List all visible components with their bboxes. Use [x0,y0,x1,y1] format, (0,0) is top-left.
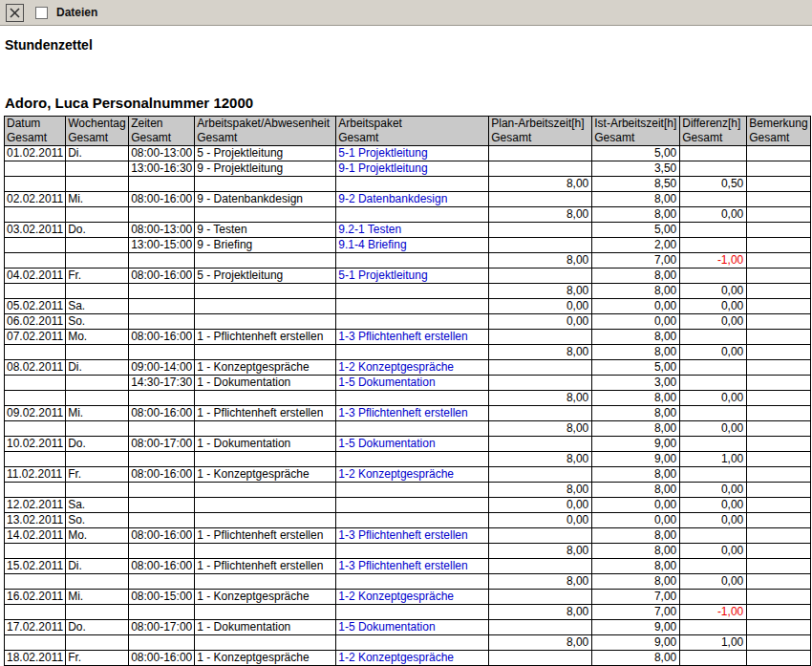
cell-paket [195,635,336,651]
cell-plan [489,146,592,161]
cell-plan: 8,00 [489,284,592,299]
cell-ist: 7,00 [592,605,680,620]
arbeitspaket-link[interactable]: 5-1 Projektleitung [338,146,427,160]
cell-bemerkung [747,238,810,253]
table-row: 14.02.2011Mo.08:00-16:001 - Pflichtenhef… [5,528,811,544]
arbeitspaket-link[interactable]: 1-2 Konzeptgespräche [338,360,454,374]
cell-paket: 1 - Pflichtenheft erstellen [195,528,336,544]
arbeitspaket-link[interactable]: 1-3 Pflichtenheft erstellen [338,406,467,419]
cell-diff [680,620,747,635]
arbeitspaket-link[interactable]: 9-2 Datenbankdesign [338,192,447,205]
x-icon[interactable] [6,4,24,22]
cell-wochentag [66,376,129,391]
cell-ist: 8,00 [592,345,680,360]
cell-datum [5,544,66,559]
cell-paket: 9 - Briefing [195,238,336,253]
arbeitspaket-link[interactable]: 1-2 Konzeptgespräche [338,467,454,481]
arbeitspaket-link[interactable]: 1-3 Pflichtenheft erstellen [338,559,467,572]
cell-datum [5,177,66,192]
cell-datum: 07.02.2011 [5,330,66,345]
cell-bemerkung [747,651,810,666]
cell-plan: 8,00 [489,421,592,437]
cell-paket [195,207,336,223]
arbeitspaket-link[interactable]: 1-5 Dokumentation [338,620,435,634]
cell-bemerkung [747,483,810,498]
column-header: Differenz[h]Gesamt [680,117,747,146]
cell-zeiten [129,452,195,467]
cell-plan: 8,00 [489,574,592,590]
table-row: 04.02.2011Fr.08:00-16:005 - Projektleitu… [5,269,811,284]
arbeitspaket-link[interactable]: 5-1 Projektleitung [338,269,427,282]
cell-datum: 17.02.2011 [5,620,66,635]
cell-ist: 5,00 [592,146,680,161]
cell-bemerkung [747,605,810,620]
cell-bemerkung [747,391,810,406]
cell-zeiten: 08:00-16:00 [129,528,195,544]
cell-bemerkung [747,177,810,192]
cell-plan: 8,00 [489,345,592,360]
cell-paket: 5 - Projektleitung [195,146,336,161]
header-row: DatumGesamtWochentagGesamtZeitenGesamtAr… [5,117,811,146]
cell-diff: 0,00 [680,314,747,330]
cell-zeiten: 08:00-16:00 [129,330,195,345]
table-row: 8,008,000,00 [5,421,811,437]
cell-arbeitspaket [336,513,489,528]
cell-wochentag [66,574,129,590]
cell-diff: 0,00 [680,207,747,223]
cell-diff: 1,00 [680,452,747,467]
cell-datum: 12.02.2011 [5,498,66,513]
cell-arbeitspaket: 5-1 Projektleitung [336,269,489,284]
arbeitspaket-link[interactable]: 1-3 Pflichtenheft erstellen [338,528,467,542]
cell-paket [195,421,336,437]
cell-paket [195,177,336,192]
arbeitspaket-link[interactable]: 1-2 Konzeptgespräche [338,651,454,664]
cell-zeiten: 08:00-17:00 [129,437,195,452]
cell-diff: 0,00 [680,284,747,299]
cell-datum: 15.02.2011 [5,559,66,574]
cell-bemerkung [747,360,810,376]
cell-diff: 0,50 [680,177,747,192]
arbeitspaket-link[interactable]: 1-2 Konzeptgespräche [338,590,454,603]
dateien-checkbox[interactable] [35,7,48,19]
cell-wochentag: Sa. [66,498,129,513]
cell-diff [680,330,747,345]
cell-paket: 1 - Pflichtenheft erstellen [195,406,336,421]
arbeitspaket-link[interactable]: 1-5 Dokumentation [338,376,435,389]
cell-zeiten [129,513,195,528]
table-row: 8,007,00-1,00 [5,253,811,269]
cell-paket [195,452,336,467]
cell-wochentag [66,605,129,620]
cell-paket [195,483,336,498]
cell-bemerkung [747,223,810,238]
cell-arbeitspaket: 1-2 Konzeptgespräche [336,467,489,483]
cell-datum: 08.02.2011 [5,360,66,376]
cell-zeiten [129,207,195,223]
table-row: 8,008,000,00 [5,345,811,360]
cell-zeiten [129,483,195,498]
cell-wochentag [66,161,129,177]
cell-diff [680,528,747,544]
cell-bemerkung [747,253,810,269]
cell-zeiten [129,391,195,406]
cell-bemerkung [747,269,810,284]
arbeitspaket-link[interactable]: 9.1-4 Briefing [338,238,406,251]
cell-zeiten [129,284,195,299]
table-row: 16.02.2011Mi.08:00-15:001 - Konzeptgespr… [5,590,811,605]
arbeitspaket-link[interactable]: 9-1 Projektleitung [338,161,427,175]
cell-zeiten [129,421,195,437]
cell-ist: 8,50 [592,177,680,192]
arbeitspaket-link[interactable]: 9.2-1 Testen [338,223,401,236]
cell-paket: 1 - Konzeptgespräche [195,360,336,376]
table-row: 8,008,000,00 [5,544,811,559]
arbeitspaket-link[interactable]: 1-5 Dokumentation [338,437,435,450]
cell-zeiten: 08:00-16:00 [129,651,195,666]
cell-datum: 11.02.2011 [5,467,66,483]
cell-bemerkung [747,437,810,452]
cell-diff: -1,00 [680,605,747,620]
arbeitspaket-link[interactable]: 1-3 Pflichtenheft erstellen [338,330,467,343]
cell-wochentag [66,177,129,192]
cell-zeiten [129,605,195,620]
cell-diff: 0,00 [680,345,747,360]
column-header: ArbeitspaketGesamt [336,117,489,146]
cell-wochentag: Mo. [66,528,129,544]
